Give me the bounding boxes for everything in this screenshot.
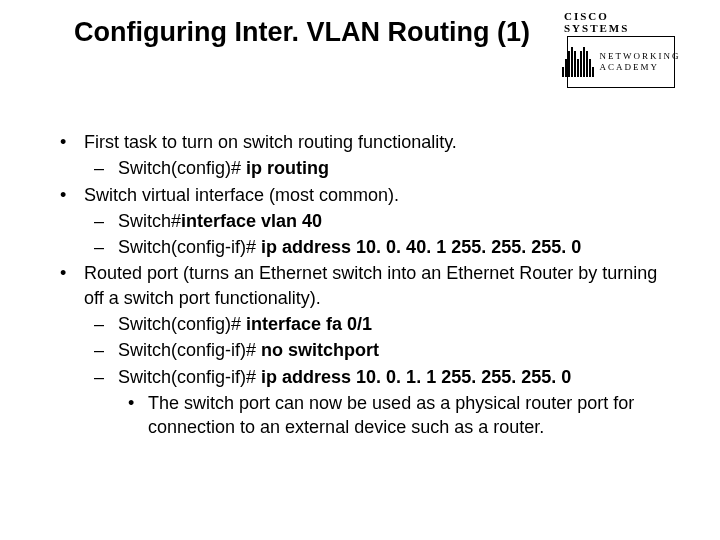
bullet-2-sub1-cmd: interface vlan 40	[181, 211, 322, 231]
bullet-1-text: First task to turn on switch routing fun…	[84, 132, 457, 152]
slide-title: Configuring Inter. VLAN Routing (1)	[40, 10, 564, 50]
bullet-3-sub3-pre: Switch(config-if)#	[118, 367, 261, 387]
logo-box: NETWORKING ACADEMY	[567, 36, 675, 88]
logo-top-text: CISCO SYSTEMS	[564, 10, 678, 34]
bullet-2: Switch virtual interface (most common). …	[50, 183, 680, 260]
bullet-2-sub2-cmd: ip address 10. 0. 40. 1 255. 255. 255. 0	[261, 237, 581, 257]
bullet-3-sub3-cmd: ip address 10. 0. 1. 1 255. 255. 255. 0	[261, 367, 571, 387]
bullet-3-sub2: Switch(config-if)# no switchport	[84, 338, 680, 362]
title-area: Configuring Inter. VLAN Routing (1) CISC…	[40, 10, 680, 100]
bullet-2-sub1: Switch#interface vlan 40	[84, 209, 680, 233]
bullet-2-text: Switch virtual interface (most common).	[84, 185, 399, 205]
bullet-3-sub2-pre: Switch(config-if)#	[118, 340, 261, 360]
bullet-3-sub3: Switch(config-if)# ip address 10. 0. 1. …	[84, 365, 680, 440]
bullet-3-text: Routed port (turns an Ethernet switch in…	[84, 263, 657, 307]
bullet-1-sub1-cmd: ip routing	[246, 158, 329, 178]
bullet-1: First task to turn on switch routing fun…	[50, 130, 680, 181]
bullet-2-sub2: Switch(config-if)# ip address 10. 0. 40.…	[84, 235, 680, 259]
logo-line1: NETWORKING	[600, 51, 681, 62]
logo-line2: ACADEMY	[600, 62, 681, 73]
bullet-3-sub1-pre: Switch(config)#	[118, 314, 246, 334]
bullet-3-note: The switch port can now be used as a phy…	[118, 391, 680, 440]
bullet-3-sub1-cmd: interface fa 0/1	[246, 314, 372, 334]
slide: Configuring Inter. VLAN Routing (1) CISC…	[0, 0, 720, 540]
content-area: First task to turn on switch routing fun…	[50, 130, 680, 442]
bullet-1-sub1: Switch(config)# ip routing	[84, 156, 680, 180]
bullet-3: Routed port (turns an Ethernet switch in…	[50, 261, 680, 439]
cisco-logo: CISCO SYSTEMS NETWORKING ACADEMY	[564, 10, 680, 88]
bullet-2-sub2-pre: Switch(config-if)#	[118, 237, 261, 257]
bullet-1-sub1-pre: Switch(config)#	[118, 158, 246, 178]
bullet-2-sub1-pre: Switch#	[118, 211, 181, 231]
bullet-3-sub1: Switch(config)# interface fa 0/1	[84, 312, 680, 336]
logo-side-text: NETWORKING ACADEMY	[600, 51, 681, 73]
bullet-3-sub2-cmd: no switchport	[261, 340, 379, 360]
cisco-bridge-icon	[562, 47, 594, 77]
